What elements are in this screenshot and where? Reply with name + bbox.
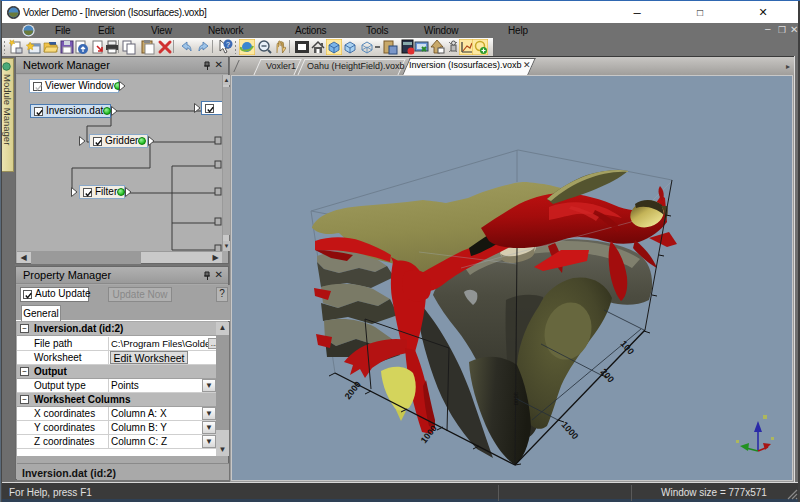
svg-text:1000: 1000 xyxy=(560,420,581,442)
svg-text:?: ? xyxy=(226,41,230,48)
svg-text:200: 200 xyxy=(599,367,616,385)
svg-text:2000: 2000 xyxy=(343,379,363,401)
svg-text:3000: 3000 xyxy=(513,392,519,406)
